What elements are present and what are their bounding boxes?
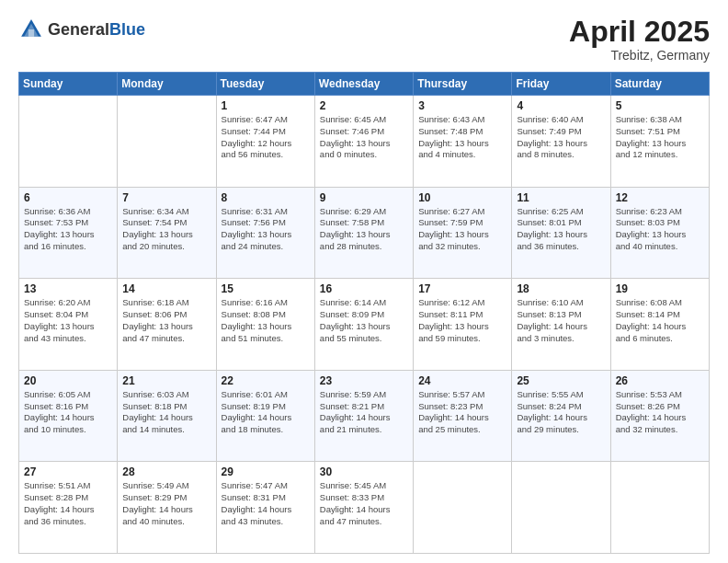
- calendar-cell: 30Sunrise: 5:45 AMSunset: 8:33 PMDayligh…: [314, 462, 413, 554]
- day-number: 23: [320, 374, 408, 387]
- title-month: April 2025: [569, 17, 710, 46]
- logo-blue: Blue: [109, 20, 145, 39]
- header: GeneralBlue April 2025 Trebitz, Germany: [18, 17, 710, 63]
- calendar-cell: [512, 462, 610, 554]
- day-number: 1: [222, 99, 310, 112]
- calendar-cell: 3Sunrise: 6:43 AMSunset: 7:48 PMDaylight…: [414, 96, 512, 188]
- calendar-cell: [610, 462, 709, 554]
- calendar-cell: [414, 462, 512, 554]
- day-info: Sunrise: 6:01 AMSunset: 8:19 PMDaylight:…: [222, 389, 310, 436]
- day-info: Sunrise: 6:08 AMSunset: 8:14 PMDaylight:…: [616, 297, 704, 344]
- calendar-header-row: Sunday Monday Tuesday Wednesday Thursday…: [19, 73, 710, 96]
- day-info: Sunrise: 6:23 AMSunset: 8:03 PMDaylight:…: [616, 206, 704, 253]
- calendar-cell: [19, 96, 118, 188]
- day-info: Sunrise: 6:03 AMSunset: 8:18 PMDaylight:…: [122, 389, 210, 436]
- day-info: Sunrise: 6:27 AMSunset: 7:59 PMDaylight:…: [418, 206, 506, 253]
- calendar-cell: 11Sunrise: 6:25 AMSunset: 8:01 PMDayligh…: [512, 187, 610, 279]
- calendar-cell: 15Sunrise: 6:16 AMSunset: 8:08 PMDayligh…: [216, 279, 314, 371]
- day-number: 26: [616, 374, 704, 387]
- calendar-cell: 12Sunrise: 6:23 AMSunset: 8:03 PMDayligh…: [610, 187, 709, 279]
- col-sunday: Sunday: [19, 73, 118, 96]
- col-thursday: Thursday: [414, 73, 512, 96]
- col-saturday: Saturday: [610, 73, 709, 96]
- calendar-cell: 7Sunrise: 6:34 AMSunset: 7:54 PMDaylight…: [118, 187, 216, 279]
- calendar-cell: 18Sunrise: 6:10 AMSunset: 8:13 PMDayligh…: [512, 279, 610, 371]
- day-info: Sunrise: 6:36 AMSunset: 7:53 PMDaylight:…: [24, 206, 112, 253]
- calendar-cell: 27Sunrise: 5:51 AMSunset: 8:28 PMDayligh…: [19, 462, 118, 554]
- col-friday: Friday: [512, 73, 610, 96]
- calendar-cell: 29Sunrise: 5:47 AMSunset: 8:31 PMDayligh…: [216, 462, 314, 554]
- day-info: Sunrise: 6:31 AMSunset: 7:56 PMDaylight:…: [222, 206, 310, 253]
- day-number: 10: [418, 191, 506, 204]
- calendar-cell: 21Sunrise: 6:03 AMSunset: 8:18 PMDayligh…: [118, 370, 216, 462]
- title-block: April 2025 Trebitz, Germany: [569, 17, 710, 63]
- day-info: Sunrise: 6:16 AMSunset: 8:08 PMDaylight:…: [222, 297, 310, 344]
- calendar-cell: 17Sunrise: 6:12 AMSunset: 8:11 PMDayligh…: [414, 279, 512, 371]
- day-number: 4: [517, 99, 605, 112]
- calendar-week-5: 27Sunrise: 5:51 AMSunset: 8:28 PMDayligh…: [19, 462, 710, 554]
- day-number: 22: [222, 374, 310, 387]
- day-number: 16: [320, 282, 408, 295]
- day-number: 28: [122, 465, 210, 478]
- logo-icon: [18, 17, 44, 42]
- day-number: 21: [122, 374, 210, 387]
- day-info: Sunrise: 6:38 AMSunset: 7:51 PMDaylight:…: [616, 114, 704, 161]
- day-number: 14: [122, 282, 210, 295]
- calendar-table: Sunday Monday Tuesday Wednesday Thursday…: [18, 72, 710, 554]
- day-info: Sunrise: 5:47 AMSunset: 8:31 PMDaylight:…: [222, 480, 310, 527]
- calendar-week-2: 6Sunrise: 6:36 AMSunset: 7:53 PMDaylight…: [19, 187, 710, 279]
- day-number: 13: [24, 282, 112, 295]
- day-info: Sunrise: 6:18 AMSunset: 8:06 PMDaylight:…: [122, 297, 210, 344]
- day-number: 19: [616, 282, 704, 295]
- day-number: 15: [222, 282, 310, 295]
- day-number: 12: [616, 191, 704, 204]
- calendar-cell: 10Sunrise: 6:27 AMSunset: 7:59 PMDayligh…: [414, 187, 512, 279]
- day-number: 25: [517, 374, 605, 387]
- page: GeneralBlue April 2025 Trebitz, Germany …: [0, 0, 728, 563]
- calendar-cell: 4Sunrise: 6:40 AMSunset: 7:49 PMDaylight…: [512, 96, 610, 188]
- calendar-cell: 24Sunrise: 5:57 AMSunset: 8:23 PMDayligh…: [414, 370, 512, 462]
- calendar-cell: 28Sunrise: 5:49 AMSunset: 8:29 PMDayligh…: [118, 462, 216, 554]
- day-info: Sunrise: 6:25 AMSunset: 8:01 PMDaylight:…: [517, 206, 605, 253]
- calendar-cell: 8Sunrise: 6:31 AMSunset: 7:56 PMDaylight…: [216, 187, 314, 279]
- day-number: 7: [122, 191, 210, 204]
- calendar-cell: [118, 96, 216, 188]
- day-info: Sunrise: 5:51 AMSunset: 8:28 PMDaylight:…: [24, 480, 112, 527]
- title-location: Trebitz, Germany: [569, 48, 710, 63]
- day-number: 18: [517, 282, 605, 295]
- logo-general: General: [48, 20, 109, 39]
- day-number: 8: [222, 191, 310, 204]
- col-monday: Monday: [118, 73, 216, 96]
- calendar-cell: 16Sunrise: 6:14 AMSunset: 8:09 PMDayligh…: [314, 279, 413, 371]
- calendar-cell: 6Sunrise: 6:36 AMSunset: 7:53 PMDaylight…: [19, 187, 118, 279]
- svg-rect-2: [28, 29, 34, 37]
- day-number: 6: [24, 191, 112, 204]
- day-info: Sunrise: 6:34 AMSunset: 7:54 PMDaylight:…: [122, 206, 210, 253]
- day-info: Sunrise: 6:12 AMSunset: 8:11 PMDaylight:…: [418, 297, 506, 344]
- day-number: 11: [517, 191, 605, 204]
- day-number: 29: [222, 465, 310, 478]
- day-info: Sunrise: 6:10 AMSunset: 8:13 PMDaylight:…: [517, 297, 605, 344]
- calendar-cell: 25Sunrise: 5:55 AMSunset: 8:24 PMDayligh…: [512, 370, 610, 462]
- calendar-cell: 20Sunrise: 6:05 AMSunset: 8:16 PMDayligh…: [19, 370, 118, 462]
- day-info: Sunrise: 5:53 AMSunset: 8:26 PMDaylight:…: [616, 389, 704, 436]
- day-number: 24: [418, 374, 506, 387]
- calendar-cell: 2Sunrise: 6:45 AMSunset: 7:46 PMDaylight…: [314, 96, 413, 188]
- day-number: 17: [418, 282, 506, 295]
- day-info: Sunrise: 5:57 AMSunset: 8:23 PMDaylight:…: [418, 389, 506, 436]
- calendar-cell: 22Sunrise: 6:01 AMSunset: 8:19 PMDayligh…: [216, 370, 314, 462]
- calendar-cell: 19Sunrise: 6:08 AMSunset: 8:14 PMDayligh…: [610, 279, 709, 371]
- day-info: Sunrise: 6:05 AMSunset: 8:16 PMDaylight:…: [24, 389, 112, 436]
- day-number: 3: [418, 99, 506, 112]
- calendar-week-3: 13Sunrise: 6:20 AMSunset: 8:04 PMDayligh…: [19, 279, 710, 371]
- day-info: Sunrise: 5:45 AMSunset: 8:33 PMDaylight:…: [320, 480, 408, 527]
- day-info: Sunrise: 6:20 AMSunset: 8:04 PMDaylight:…: [24, 297, 112, 344]
- col-wednesday: Wednesday: [314, 73, 413, 96]
- calendar-week-1: 1Sunrise: 6:47 AMSunset: 7:44 PMDaylight…: [19, 96, 710, 188]
- calendar-cell: 26Sunrise: 5:53 AMSunset: 8:26 PMDayligh…: [610, 370, 709, 462]
- col-tuesday: Tuesday: [216, 73, 314, 96]
- day-number: 5: [616, 99, 704, 112]
- calendar-cell: 14Sunrise: 6:18 AMSunset: 8:06 PMDayligh…: [118, 279, 216, 371]
- day-number: 9: [320, 191, 408, 204]
- calendar-cell: 9Sunrise: 6:29 AMSunset: 7:58 PMDaylight…: [314, 187, 413, 279]
